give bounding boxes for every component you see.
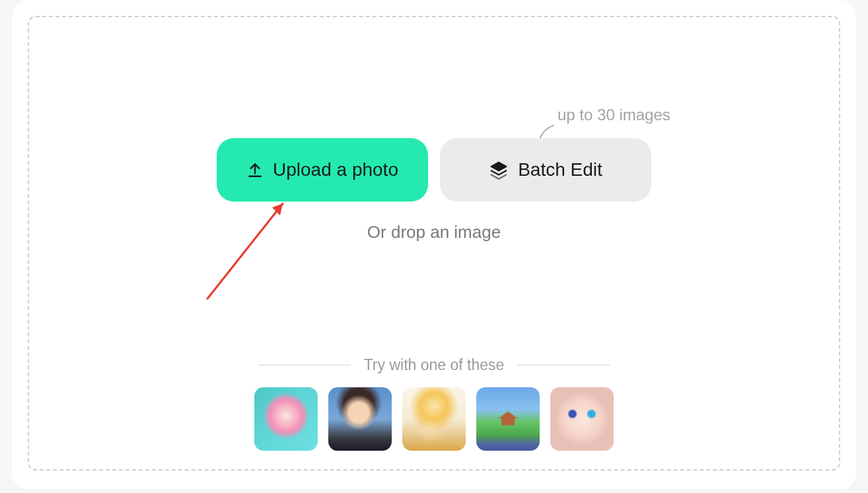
drop-hint-text: Or drop an image bbox=[367, 222, 501, 243]
upload-icon bbox=[246, 161, 264, 178]
batch-annotation: up to 30 images bbox=[552, 106, 670, 124]
buttons-row: Upload a photo Batch Edit bbox=[217, 138, 651, 202]
upload-photo-button[interactable]: Upload a photo bbox=[217, 138, 428, 202]
upload-card: up to 30 images Upload a photo Batch Edi… bbox=[12, 0, 856, 489]
divider-left bbox=[258, 365, 351, 365]
sample-thumbnail-1[interactable] bbox=[254, 387, 318, 451]
svg-marker-2 bbox=[272, 204, 283, 215]
batch-button-label: Batch Edit bbox=[518, 159, 602, 180]
svg-marker-0 bbox=[491, 163, 507, 171]
svg-line-1 bbox=[207, 204, 283, 299]
samples-header-text: Try with one of these bbox=[364, 356, 505, 374]
samples-header: Try with one of these bbox=[258, 356, 610, 374]
sample-thumbnail-4[interactable] bbox=[476, 387, 540, 451]
upload-button-label: Upload a photo bbox=[273, 159, 398, 180]
sample-thumbnail-2[interactable] bbox=[328, 387, 392, 451]
samples-row bbox=[254, 387, 614, 451]
samples-section: Try with one of these bbox=[254, 356, 614, 451]
layers-icon bbox=[489, 160, 509, 180]
batch-edit-button[interactable]: Batch Edit bbox=[440, 138, 651, 202]
divider-right bbox=[517, 365, 610, 365]
dropzone[interactable]: up to 30 images Upload a photo Batch Edi… bbox=[28, 16, 840, 471]
sample-thumbnail-5[interactable] bbox=[550, 387, 614, 451]
red-pointer-arrow-icon bbox=[196, 188, 301, 307]
batch-annotation-text: up to 30 images bbox=[558, 106, 670, 124]
sample-thumbnail-3[interactable] bbox=[402, 387, 466, 451]
